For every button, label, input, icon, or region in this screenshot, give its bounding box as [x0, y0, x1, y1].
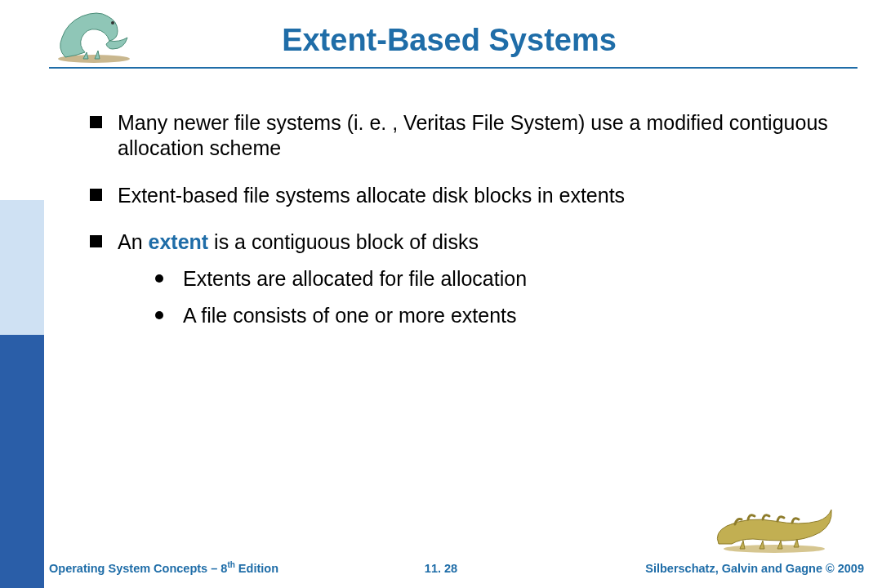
- dinosaur-icon: [710, 497, 833, 554]
- bullet-text-suffix: is a contiguous block of disks: [208, 230, 479, 253]
- sub-bullet-item: Extents are allocated for file allocatio…: [155, 266, 841, 292]
- bullet-text: Extent-based file systems allocate disk …: [118, 184, 625, 207]
- sub-bullet-text: Extents are allocated for file allocatio…: [183, 267, 527, 290]
- bullet-item: Many newer file systems (i. e. , Veritas…: [90, 110, 841, 162]
- sub-bullet-item: A file consists of one or more extents: [155, 303, 841, 328]
- copyright-text: Silberschatz, Galvin and Gagne © 2009: [645, 562, 864, 575]
- bullet-keyword: extent: [149, 230, 209, 253]
- bullet-text: Many newer file systems (i. e. , Veritas…: [118, 111, 828, 159]
- left-accent-stripe: [0, 0, 44, 588]
- slide-title: Extent-Based Systems: [49, 23, 849, 58]
- sub-bullet-text: A file consists of one or more extents: [183, 304, 517, 327]
- bullet-item: An extent is a contiguous block of disks…: [90, 229, 841, 329]
- title-underline: [49, 67, 858, 69]
- slide: Extent-Based Systems Many newer file sys…: [0, 0, 882, 588]
- slide-number: 11. 28: [425, 562, 457, 575]
- bullet-text-prefix: An: [118, 230, 149, 253]
- footer-right: Silberschatz, Galvin and Gagne © 2009: [645, 562, 864, 575]
- bullet-item: Extent-based file systems allocate disk …: [90, 183, 841, 208]
- slide-body: Many newer file systems (i. e. , Veritas…: [90, 110, 841, 350]
- slide-title-wrap: Extent-Based Systems: [49, 23, 849, 58]
- svg-point-2: [724, 545, 825, 553]
